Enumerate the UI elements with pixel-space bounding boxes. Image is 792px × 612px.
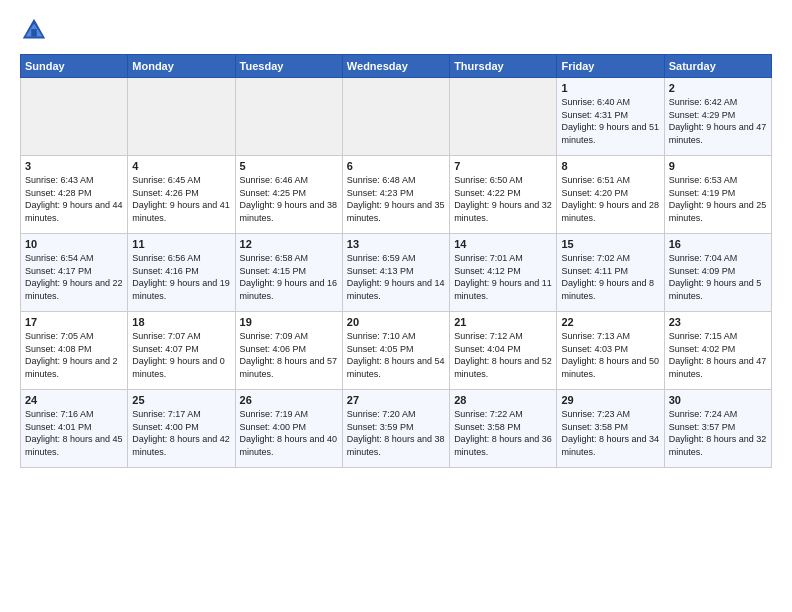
day-cell: 4Sunrise: 6:45 AMSunset: 4:26 PMDaylight… (128, 156, 235, 234)
day-number: 14 (454, 238, 552, 250)
header-cell-tuesday: Tuesday (235, 55, 342, 78)
day-info: Sunrise: 6:40 AMSunset: 4:31 PMDaylight:… (561, 96, 659, 146)
day-cell: 30Sunrise: 7:24 AMSunset: 3:57 PMDayligh… (664, 390, 771, 468)
day-number: 22 (561, 316, 659, 328)
day-info: Sunrise: 7:20 AMSunset: 3:59 PMDaylight:… (347, 408, 445, 458)
day-info: Sunrise: 6:46 AMSunset: 4:25 PMDaylight:… (240, 174, 338, 224)
day-cell: 29Sunrise: 7:23 AMSunset: 3:58 PMDayligh… (557, 390, 664, 468)
day-number: 30 (669, 394, 767, 406)
day-cell: 18Sunrise: 7:07 AMSunset: 4:07 PMDayligh… (128, 312, 235, 390)
day-number: 17 (25, 316, 123, 328)
day-number: 28 (454, 394, 552, 406)
day-info: Sunrise: 7:23 AMSunset: 3:58 PMDaylight:… (561, 408, 659, 458)
header-row: SundayMondayTuesdayWednesdayThursdayFrid… (21, 55, 772, 78)
day-number: 23 (669, 316, 767, 328)
day-number: 12 (240, 238, 338, 250)
week-row-2: 3Sunrise: 6:43 AMSunset: 4:28 PMDaylight… (21, 156, 772, 234)
day-cell: 15Sunrise: 7:02 AMSunset: 4:11 PMDayligh… (557, 234, 664, 312)
day-info: Sunrise: 6:56 AMSunset: 4:16 PMDaylight:… (132, 252, 230, 302)
day-cell: 25Sunrise: 7:17 AMSunset: 4:00 PMDayligh… (128, 390, 235, 468)
day-info: Sunrise: 7:12 AMSunset: 4:04 PMDaylight:… (454, 330, 552, 380)
day-number: 13 (347, 238, 445, 250)
day-cell: 12Sunrise: 6:58 AMSunset: 4:15 PMDayligh… (235, 234, 342, 312)
day-cell (21, 78, 128, 156)
day-cell: 13Sunrise: 6:59 AMSunset: 4:13 PMDayligh… (342, 234, 449, 312)
day-cell: 24Sunrise: 7:16 AMSunset: 4:01 PMDayligh… (21, 390, 128, 468)
day-cell (235, 78, 342, 156)
week-row-1: 1Sunrise: 6:40 AMSunset: 4:31 PMDaylight… (21, 78, 772, 156)
day-info: Sunrise: 6:42 AMSunset: 4:29 PMDaylight:… (669, 96, 767, 146)
day-number: 7 (454, 160, 552, 172)
day-number: 18 (132, 316, 230, 328)
svg-rect-2 (31, 29, 37, 36)
header-cell-monday: Monday (128, 55, 235, 78)
day-info: Sunrise: 7:13 AMSunset: 4:03 PMDaylight:… (561, 330, 659, 380)
day-cell: 3Sunrise: 6:43 AMSunset: 4:28 PMDaylight… (21, 156, 128, 234)
day-cell: 7Sunrise: 6:50 AMSunset: 4:22 PMDaylight… (450, 156, 557, 234)
day-info: Sunrise: 7:15 AMSunset: 4:02 PMDaylight:… (669, 330, 767, 380)
day-number: 24 (25, 394, 123, 406)
day-cell: 1Sunrise: 6:40 AMSunset: 4:31 PMDaylight… (557, 78, 664, 156)
day-number: 9 (669, 160, 767, 172)
day-number: 20 (347, 316, 445, 328)
day-info: Sunrise: 6:51 AMSunset: 4:20 PMDaylight:… (561, 174, 659, 224)
day-cell: 26Sunrise: 7:19 AMSunset: 4:00 PMDayligh… (235, 390, 342, 468)
day-cell: 28Sunrise: 7:22 AMSunset: 3:58 PMDayligh… (450, 390, 557, 468)
day-info: Sunrise: 7:01 AMSunset: 4:12 PMDaylight:… (454, 252, 552, 302)
day-cell: 27Sunrise: 7:20 AMSunset: 3:59 PMDayligh… (342, 390, 449, 468)
day-info: Sunrise: 6:45 AMSunset: 4:26 PMDaylight:… (132, 174, 230, 224)
header-cell-thursday: Thursday (450, 55, 557, 78)
day-info: Sunrise: 7:19 AMSunset: 4:00 PMDaylight:… (240, 408, 338, 458)
day-cell: 21Sunrise: 7:12 AMSunset: 4:04 PMDayligh… (450, 312, 557, 390)
day-info: Sunrise: 6:50 AMSunset: 4:22 PMDaylight:… (454, 174, 552, 224)
day-cell: 10Sunrise: 6:54 AMSunset: 4:17 PMDayligh… (21, 234, 128, 312)
day-cell: 23Sunrise: 7:15 AMSunset: 4:02 PMDayligh… (664, 312, 771, 390)
day-info: Sunrise: 7:05 AMSunset: 4:08 PMDaylight:… (25, 330, 123, 380)
day-cell: 2Sunrise: 6:42 AMSunset: 4:29 PMDaylight… (664, 78, 771, 156)
day-info: Sunrise: 7:17 AMSunset: 4:00 PMDaylight:… (132, 408, 230, 458)
day-cell (450, 78, 557, 156)
day-number: 25 (132, 394, 230, 406)
day-number: 1 (561, 82, 659, 94)
day-cell: 8Sunrise: 6:51 AMSunset: 4:20 PMDaylight… (557, 156, 664, 234)
day-info: Sunrise: 7:24 AMSunset: 3:57 PMDaylight:… (669, 408, 767, 458)
day-number: 26 (240, 394, 338, 406)
page: SundayMondayTuesdayWednesdayThursdayFrid… (0, 0, 792, 612)
day-number: 2 (669, 82, 767, 94)
day-number: 11 (132, 238, 230, 250)
header-cell-friday: Friday (557, 55, 664, 78)
day-number: 6 (347, 160, 445, 172)
day-info: Sunrise: 6:59 AMSunset: 4:13 PMDaylight:… (347, 252, 445, 302)
day-number: 5 (240, 160, 338, 172)
day-cell: 16Sunrise: 7:04 AMSunset: 4:09 PMDayligh… (664, 234, 771, 312)
week-row-3: 10Sunrise: 6:54 AMSunset: 4:17 PMDayligh… (21, 234, 772, 312)
day-info: Sunrise: 7:10 AMSunset: 4:05 PMDaylight:… (347, 330, 445, 380)
day-cell: 14Sunrise: 7:01 AMSunset: 4:12 PMDayligh… (450, 234, 557, 312)
day-info: Sunrise: 7:04 AMSunset: 4:09 PMDaylight:… (669, 252, 767, 302)
day-cell: 19Sunrise: 7:09 AMSunset: 4:06 PMDayligh… (235, 312, 342, 390)
day-cell: 20Sunrise: 7:10 AMSunset: 4:05 PMDayligh… (342, 312, 449, 390)
day-info: Sunrise: 6:54 AMSunset: 4:17 PMDaylight:… (25, 252, 123, 302)
day-cell: 5Sunrise: 6:46 AMSunset: 4:25 PMDaylight… (235, 156, 342, 234)
day-number: 27 (347, 394, 445, 406)
day-number: 16 (669, 238, 767, 250)
day-cell: 9Sunrise: 6:53 AMSunset: 4:19 PMDaylight… (664, 156, 771, 234)
day-number: 15 (561, 238, 659, 250)
day-cell (342, 78, 449, 156)
day-info: Sunrise: 7:09 AMSunset: 4:06 PMDaylight:… (240, 330, 338, 380)
logo (20, 16, 52, 44)
day-info: Sunrise: 7:02 AMSunset: 4:11 PMDaylight:… (561, 252, 659, 302)
day-cell: 22Sunrise: 7:13 AMSunset: 4:03 PMDayligh… (557, 312, 664, 390)
day-cell: 6Sunrise: 6:48 AMSunset: 4:23 PMDaylight… (342, 156, 449, 234)
day-info: Sunrise: 6:53 AMSunset: 4:19 PMDaylight:… (669, 174, 767, 224)
day-number: 10 (25, 238, 123, 250)
day-info: Sunrise: 7:16 AMSunset: 4:01 PMDaylight:… (25, 408, 123, 458)
day-number: 29 (561, 394, 659, 406)
day-cell: 17Sunrise: 7:05 AMSunset: 4:08 PMDayligh… (21, 312, 128, 390)
day-cell (128, 78, 235, 156)
day-info: Sunrise: 6:48 AMSunset: 4:23 PMDaylight:… (347, 174, 445, 224)
day-number: 19 (240, 316, 338, 328)
day-number: 8 (561, 160, 659, 172)
week-row-5: 24Sunrise: 7:16 AMSunset: 4:01 PMDayligh… (21, 390, 772, 468)
header-cell-sunday: Sunday (21, 55, 128, 78)
